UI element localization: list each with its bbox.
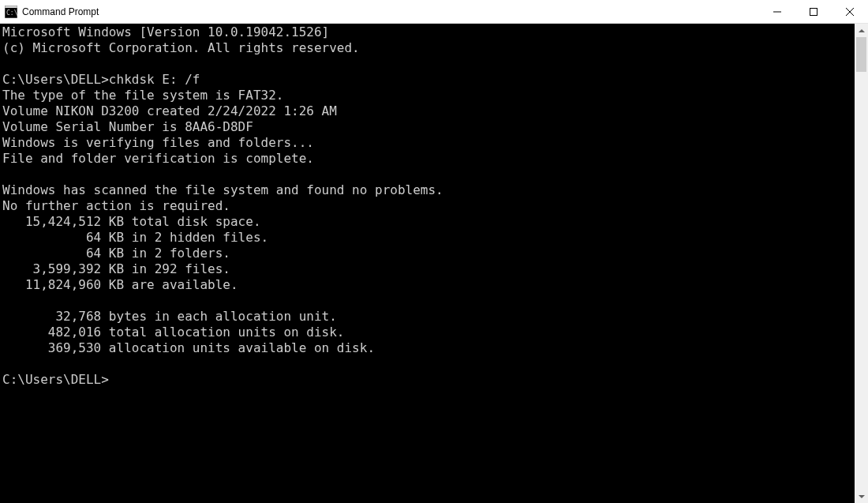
titlebar[interactable]: C:\ Command Prompt: [0, 0, 868, 24]
minimize-button[interactable]: [759, 0, 795, 24]
svg-marker-9: [859, 495, 865, 498]
window-title: Command Prompt: [22, 0, 759, 24]
terminal-output[interactable]: Microsoft Windows [Version 10.0.19042.15…: [0, 24, 855, 503]
maximize-button[interactable]: [795, 0, 832, 24]
close-button[interactable]: [832, 0, 868, 24]
scroll-up-arrow[interactable]: [855, 24, 868, 37]
cmd-icon: C:\: [5, 6, 17, 18]
scroll-thumb[interactable]: [856, 37, 866, 72]
svg-text:C:\: C:\: [6, 9, 17, 17]
content-area: Microsoft Windows [Version 10.0.19042.15…: [0, 24, 868, 503]
svg-marker-8: [859, 29, 865, 32]
scroll-down-arrow[interactable]: [855, 490, 868, 503]
vertical-scrollbar[interactable]: [855, 24, 868, 503]
svg-rect-5: [810, 8, 817, 15]
window-controls: [759, 0, 868, 24]
